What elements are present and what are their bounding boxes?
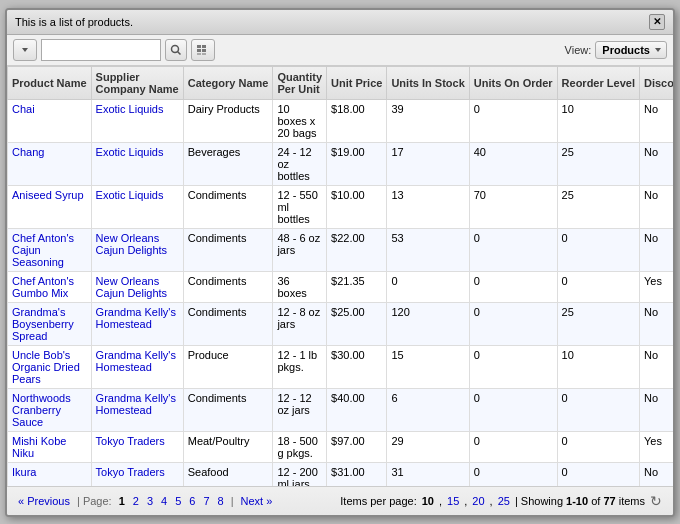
cell-category: Beverages — [183, 142, 273, 185]
cell-unit-price: $40.00 — [327, 388, 387, 431]
supplier-link[interactable]: Tokyo Traders — [96, 466, 165, 478]
cell-unit-price: $21.35 — [327, 271, 387, 302]
page-separator: | — [229, 495, 236, 507]
product-name-link[interactable]: Mishi Kobe Niku — [12, 435, 66, 459]
product-name-link[interactable]: Aniseed Syrup — [12, 189, 84, 201]
cell-discontinued: No — [639, 302, 673, 345]
cell-in-stock: 29 — [387, 431, 469, 462]
cell-quantity: 24 - 12 oz bottles — [273, 142, 327, 185]
product-name-link[interactable]: Chang — [12, 146, 44, 158]
product-name-link[interactable]: Grandma's Boysenberry Spread — [12, 306, 74, 342]
col-product-name[interactable]: Product Name — [8, 66, 92, 99]
items-per-page-label: Items per page: — [340, 495, 416, 507]
supplier-link[interactable]: New Orleans Cajun Delights — [96, 275, 168, 299]
cell-unit-price: $30.00 — [327, 345, 387, 388]
cell-discontinued: No — [639, 388, 673, 431]
items-20-link[interactable]: 20 — [469, 494, 487, 508]
cell-on-order: 0 — [469, 388, 557, 431]
page-5-link[interactable]: 5 — [172, 494, 184, 508]
toolbar: View: Products — [7, 35, 673, 66]
cell-on-order: 0 — [469, 462, 557, 486]
table-row: Chef Anton's Gumbo Mix New Orleans Cajun… — [8, 271, 674, 302]
cell-product-name: Ikura — [8, 462, 92, 486]
supplier-link[interactable]: Exotic Liquids — [96, 146, 164, 158]
cell-product-name: Grandma's Boysenberry Spread — [8, 302, 92, 345]
cell-on-order: 0 — [469, 302, 557, 345]
cell-reorder: 25 — [557, 302, 639, 345]
cell-quantity: 12 - 200 ml jars — [273, 462, 327, 486]
table-row: Uncle Bob's Organic Dried Pears Grandma … — [8, 345, 674, 388]
cell-product-name: Chef Anton's Gumbo Mix — [8, 271, 92, 302]
cell-supplier: Exotic Liquids — [91, 142, 183, 185]
search-input[interactable] — [41, 39, 161, 61]
cell-supplier: Exotic Liquids — [91, 99, 183, 142]
cell-quantity: 12 - 1 lb pkgs. — [273, 345, 327, 388]
cell-discontinued: No — [639, 99, 673, 142]
product-name-link[interactable]: Chai — [12, 103, 35, 115]
product-name-link[interactable]: Uncle Bob's Organic Dried Pears — [12, 349, 80, 385]
grid-view-button[interactable] — [191, 39, 215, 61]
cell-in-stock: 17 — [387, 142, 469, 185]
items-25-link[interactable]: 25 — [495, 494, 513, 508]
cell-discontinued: Yes — [639, 271, 673, 302]
page-7-link[interactable]: 7 — [200, 494, 212, 508]
col-quantity[interactable]: QuantityPer Unit — [273, 66, 327, 99]
prev-page-link[interactable]: « Previous — [15, 494, 73, 508]
col-reorder[interactable]: Reorder Level — [557, 66, 639, 99]
cell-reorder: 25 — [557, 185, 639, 228]
cell-quantity: 18 - 500 g pkgs. — [273, 431, 327, 462]
cell-discontinued: No — [639, 185, 673, 228]
product-name-link[interactable]: Northwoods Cranberry Sauce — [12, 392, 71, 428]
page-4-link[interactable]: 4 — [158, 494, 170, 508]
comma2: , — [464, 495, 467, 507]
supplier-link[interactable]: Exotic Liquids — [96, 189, 164, 201]
next-page-link[interactable]: Next » — [238, 494, 276, 508]
page-6-link[interactable]: 6 — [186, 494, 198, 508]
page-2-link[interactable]: 2 — [130, 494, 142, 508]
product-name-link[interactable]: Ikura — [12, 466, 36, 478]
dropdown-arrow-button[interactable] — [13, 39, 37, 61]
comma3: , — [490, 495, 493, 507]
product-name-link[interactable]: Chef Anton's Cajun Seasoning — [12, 232, 74, 268]
table-row: Chef Anton's Cajun Seasoning New Orleans… — [8, 228, 674, 271]
col-discontinued[interactable]: Discontinued — [639, 66, 673, 99]
col-on-order[interactable]: Units On Order — [469, 66, 557, 99]
cell-in-stock: 13 — [387, 185, 469, 228]
view-dropdown[interactable]: Products — [595, 41, 667, 59]
col-unit-price[interactable]: Unit Price — [327, 66, 387, 99]
products-table-container: Product Name SupplierCompany Name Catego… — [7, 66, 673, 486]
cell-unit-price: $31.00 — [327, 462, 387, 486]
page-8-link[interactable]: 8 — [215, 494, 227, 508]
items-15-link[interactable]: 15 — [444, 494, 462, 508]
cell-reorder: 10 — [557, 99, 639, 142]
cell-unit-price: $97.00 — [327, 431, 387, 462]
svg-rect-7 — [197, 53, 201, 55]
page-1-link[interactable]: 1 — [116, 494, 128, 508]
cell-product-name: Chai — [8, 99, 92, 142]
grid-icon — [196, 44, 210, 56]
refresh-button[interactable]: ↻ — [647, 492, 665, 510]
items-10-link[interactable]: 10 — [419, 494, 437, 508]
page-3-link[interactable]: 3 — [144, 494, 156, 508]
col-category[interactable]: Category Name — [183, 66, 273, 99]
supplier-link[interactable]: Grandma Kelly's Homestead — [96, 349, 176, 373]
close-button[interactable]: ✕ — [649, 14, 665, 30]
cell-discontinued: No — [639, 142, 673, 185]
footer: « Previous | Page: 1 2 3 4 5 6 7 8 | Nex… — [7, 486, 673, 515]
svg-line-2 — [178, 51, 181, 54]
supplier-link[interactable]: Grandma Kelly's Homestead — [96, 392, 176, 416]
table-row: Aniseed Syrup Exotic Liquids Condiments … — [8, 185, 674, 228]
col-supplier[interactable]: SupplierCompany Name — [91, 66, 183, 99]
supplier-link[interactable]: Grandma Kelly's Homestead — [96, 306, 176, 330]
supplier-link[interactable]: Tokyo Traders — [96, 435, 165, 447]
cell-quantity: 10 boxes x 20 bags — [273, 99, 327, 142]
cell-unit-price: $18.00 — [327, 99, 387, 142]
search-button[interactable] — [165, 39, 187, 61]
supplier-link[interactable]: New Orleans Cajun Delights — [96, 232, 168, 256]
col-in-stock[interactable]: Units In Stock — [387, 66, 469, 99]
product-name-link[interactable]: Chef Anton's Gumbo Mix — [12, 275, 74, 299]
cell-in-stock: 120 — [387, 302, 469, 345]
cell-quantity: 12 - 550 ml bottles — [273, 185, 327, 228]
table-row: Ikura Tokyo Traders Seafood 12 - 200 ml … — [8, 462, 674, 486]
supplier-link[interactable]: Exotic Liquids — [96, 103, 164, 115]
